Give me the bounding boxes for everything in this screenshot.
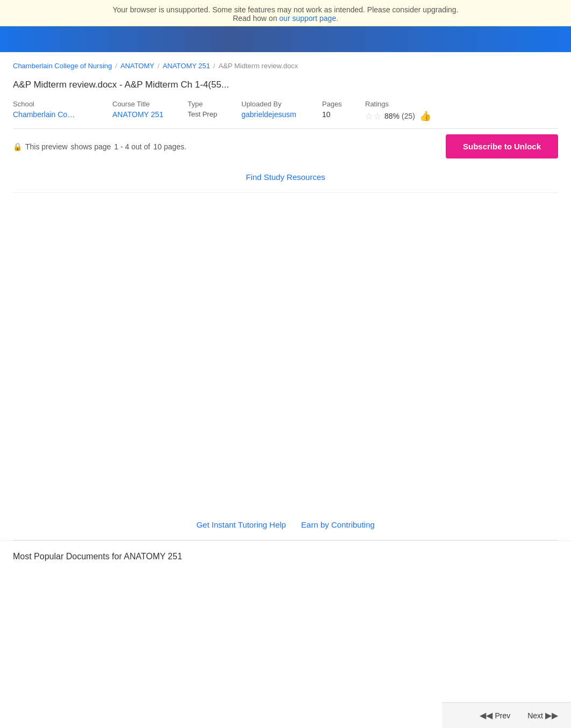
breadcrumb-file: A&P Midterm review.docx — [218, 62, 298, 70]
breadcrumb-school[interactable]: Chamberlain College of Nursing — [13, 62, 112, 70]
bottom-nav: ◀◀ Prev Next ▶▶ — [442, 702, 571, 728]
doc-title-text: A&P Midterm review.docx - A&P Midterm Ch… — [13, 80, 229, 90]
most-popular-section: Most Popular Documents for ANATOMY 251 — [0, 540, 571, 570]
breadcrumb-course[interactable]: ANATOMY — [120, 62, 154, 70]
preview-text-block: 🔒 This preview shows page 1 - 4 out of 1… — [13, 142, 187, 151]
type-value: Test Prep — [188, 110, 241, 118]
breadcrumb-course-num[interactable]: ANATOMY 251 — [163, 62, 210, 70]
star-icons: ☆☆ — [365, 111, 382, 121]
meta-school-col: School Chamberlain Co… — [13, 100, 112, 122]
rating-pct: 88% — [384, 112, 399, 120]
meta-course-col: Course Title ANATOMY 251 — [112, 100, 188, 122]
ratings-label: Ratings — [365, 100, 440, 108]
unsupported-banner: Your browser is unsupported. Some site f… — [0, 0, 571, 26]
type-label: Type — [188, 100, 241, 108]
thumbs-icon: 👍 — [419, 110, 431, 122]
prev-label: Prev — [495, 711, 510, 720]
find-resources-section: Find Study Resources — [0, 165, 571, 192]
bottom-links: Get Instant Tutoring Help Earn by Contri… — [0, 504, 571, 540]
pages-value: 10 — [322, 110, 365, 119]
prev-button[interactable]: ◀◀ Prev — [475, 707, 515, 724]
find-resources-link[interactable]: Find Study Resources — [246, 172, 325, 182]
meta-ratings-col: Ratings ☆☆ 88% (25) 👍 — [365, 100, 440, 122]
course-value[interactable]: ANATOMY 251 — [112, 110, 188, 119]
meta-type-col: Type Test Prep — [188, 100, 241, 122]
metadata-row: School Chamberlain Co… Course Title ANAT… — [0, 96, 571, 128]
breadcrumb-sep1: / — [115, 62, 117, 70]
rating-count: (25) — [402, 112, 415, 120]
breadcrumb-sep3: / — [213, 62, 216, 70]
unsupported-text: Your browser is unsupported. Some site f… — [112, 5, 458, 14]
subscribe-button[interactable]: Subscribe to Unlock — [446, 134, 558, 158]
preview-text4: 10 pages. — [153, 142, 187, 151]
read-how-text: Read how on — [233, 14, 277, 23]
meta-uploaded-col: Uploaded By gabrieldejesusm — [241, 100, 322, 122]
uploaded-label: Uploaded By — [241, 100, 322, 108]
next-button[interactable]: Next ▶▶ — [523, 707, 562, 724]
tutoring-link[interactable]: Get Instant Tutoring Help — [196, 520, 286, 529]
next-label: Next — [527, 711, 543, 720]
top-nav — [0, 26, 571, 52]
most-popular-label: Most Popular Documents for ANATOMY 251 — [13, 552, 182, 561]
next-arrow-icon: ▶▶ — [545, 710, 558, 720]
school-label: School — [13, 100, 112, 108]
earn-link[interactable]: Earn by Contributing — [301, 520, 375, 529]
course-label: Course Title — [112, 100, 188, 108]
doc-title: A&P Midterm review.docx - A&P Midterm Ch… — [0, 70, 571, 96]
prev-arrow-icon: ◀◀ — [480, 710, 493, 720]
meta-pages-col: Pages 10 — [322, 100, 365, 122]
breadcrumb: Chamberlain College of Nursing / ANATOMY… — [0, 52, 571, 70]
support-page-link[interactable]: our support page. — [279, 14, 338, 23]
preview-text3: 1 - 4 out of — [114, 142, 150, 151]
preview-text2: shows page — [71, 142, 111, 151]
lock-icon: 🔒 — [13, 142, 22, 151]
preview-text1: This preview — [25, 142, 68, 151]
uploaded-value[interactable]: gabrieldejesusm — [241, 110, 322, 119]
rating-stars: ☆☆ 88% (25) 👍 — [365, 110, 440, 122]
breadcrumb-sep2: / — [158, 62, 160, 70]
preview-row: 🔒 This preview shows page 1 - 4 out of 1… — [0, 129, 571, 165]
document-preview-area — [13, 192, 558, 504]
pages-label: Pages — [322, 100, 365, 108]
school-value[interactable]: Chamberlain Co… — [13, 110, 112, 119]
